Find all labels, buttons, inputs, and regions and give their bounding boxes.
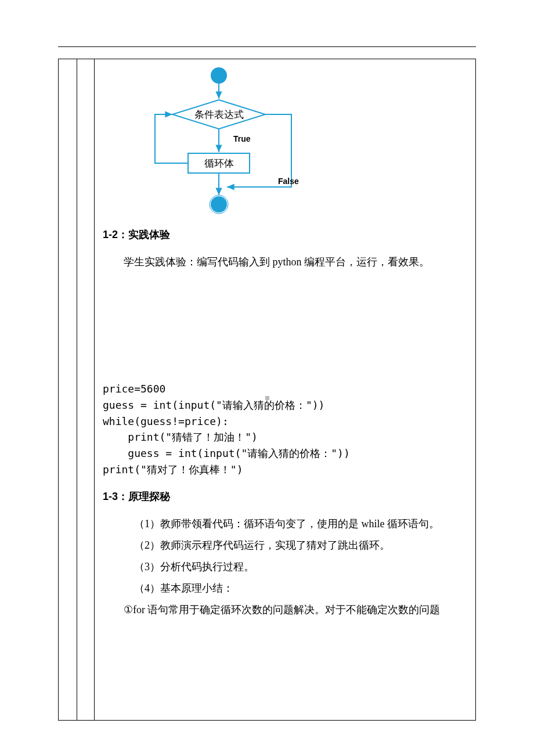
code-line: print("猜错了！加油！")	[103, 431, 258, 443]
flowchart-loop-body-text: 循环体	[204, 158, 234, 169]
section-1-3-item-4: （4）基本原理小结：	[103, 578, 467, 599]
blank-gap	[103, 273, 467, 381]
section-1-3-item-3: （3）分析代码执行过程。	[103, 556, 467, 578]
header-rule	[58, 46, 476, 47]
flowchart-true-label: True	[233, 134, 251, 143]
code-block: price=5600 guess = int(input("请输入猜的价格：")…	[103, 381, 467, 478]
code-line: guess = int(input("请输入猜的价格："))	[103, 447, 350, 459]
code-line: guess = int(input("请输入猜的价格："))	[103, 399, 324, 411]
section-1-3-item-1: （1）教师带领看代码：循环语句变了，使用的是 while 循环语句。	[103, 513, 467, 535]
code-line: print("猜对了！你真棒！")	[103, 463, 243, 476]
content-table: 条件表达式 True 循环体 False	[58, 59, 476, 721]
code-line: price=5600	[103, 383, 165, 395]
section-1-2-title: 1-2：实践体验	[103, 224, 467, 246]
section-1-2-body: 学生实践体验：编写代码输入到 python 编程平台，运行，看效果。	[103, 251, 467, 273]
document-page: 条件表达式 True 循环体 False	[0, 0, 534, 756]
table-col-3: 条件表达式 True 循环体 False	[95, 59, 475, 720]
flowchart-diagram: 条件表达式 True 循环体 False	[143, 65, 467, 216]
code-line: while(guess!=price):	[103, 415, 229, 427]
svg-point-0	[211, 67, 227, 84]
table-col-2	[77, 59, 95, 720]
svg-point-6	[211, 196, 227, 213]
section-1-3-title: 1-3：原理探秘	[103, 486, 467, 507]
center-marker-icon	[265, 396, 269, 400]
table-col-1	[59, 59, 77, 720]
section-1-3-item-5: ①for 语句常用于确定循环次数的问题解决。对于不能确定次数的问题	[103, 599, 467, 621]
flowchart-false-label: False	[278, 177, 299, 186]
section-1-3-item-2: （2）教师演示程序代码运行，实现了猜对了跳出循环。	[103, 535, 467, 556]
flowchart-decision-text: 条件表达式	[194, 109, 244, 120]
